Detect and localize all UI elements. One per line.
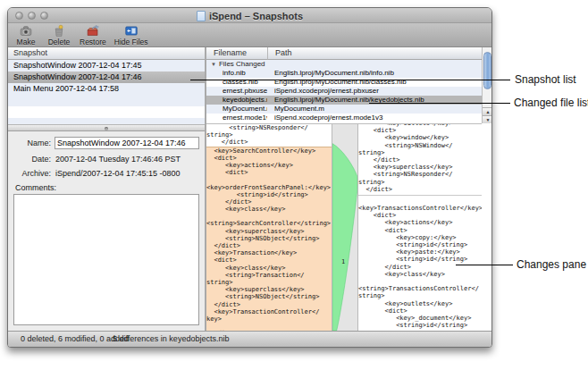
file-row[interactable]: MyDocument.m MyDocument.m xyxy=(206,105,482,114)
code-line: <key>copy:</key> xyxy=(358,234,482,241)
make-button[interactable]: Make xyxy=(13,24,38,46)
file-name-cell: ernest.pbxuser xyxy=(206,87,267,96)
code-line: </dict> xyxy=(206,198,332,206)
statusbar: 0 deleted, 6 modified, 0 added 5 differe… xyxy=(8,331,491,347)
code-line: <key>TransactionsController</key> xyxy=(358,205,482,212)
code-line: <key>outlets</key> xyxy=(358,300,482,307)
code-line: string> xyxy=(206,131,332,139)
file-path-cell: iSpend.xcodeproj/ernest.mode1v3 xyxy=(267,114,482,122)
file-name-cell: keyedobjects.nib xyxy=(206,96,267,105)
file-name-cell: ernest.mode1v3 xyxy=(206,114,267,122)
code-line: <string>NSWindow</ xyxy=(358,142,482,149)
code-line: string> xyxy=(358,292,482,299)
code-line: <dict> xyxy=(206,169,332,176)
code-line: </dict> xyxy=(358,156,482,164)
content-area: Snapshot SnapshotWindow 2007-12-04 17:45… xyxy=(8,47,491,331)
restore-button[interactable]: Restore xyxy=(80,24,106,46)
code-line: <key>window</key> xyxy=(358,134,482,141)
document-icon xyxy=(197,11,206,21)
toolbar: Make Delete Restore Hide Files xyxy=(8,23,491,47)
diff-left-changed-block: <key>SearchController</key> <dict> <key>… xyxy=(206,147,332,331)
titlebar[interactable]: iSpend – Snapshots xyxy=(8,8,491,23)
disclosure-triangle-icon[interactable]: ▼ xyxy=(211,60,216,69)
trash-icon xyxy=(52,24,66,38)
code-line: string> xyxy=(358,149,482,156)
file-row[interactable]: ernest.pbxuser iSpend.xcodeproj/ernest.p… xyxy=(206,87,482,96)
code-line: <key>_document</key> xyxy=(358,315,482,322)
code-line: </dict> xyxy=(206,139,332,146)
code-line: <key>Transaction</key> xyxy=(206,249,332,256)
window-title-wrap: iSpend – Snapshots xyxy=(8,9,491,23)
file-list-scrollbar[interactable]: ▲ ▼ xyxy=(482,47,492,123)
scroll-up-arrow-icon[interactable]: ▲ xyxy=(483,107,492,115)
snapshot-row[interactable]: SnapshotWindow 2007-12-04 17:46 xyxy=(8,71,205,83)
name-label: Name: xyxy=(8,137,51,149)
changed-file-list: info.nib English.lproj/MyDocument.nib/in… xyxy=(206,69,482,122)
files-changed-group-row[interactable]: ▼Files Changed xyxy=(206,60,482,69)
snapshot-row[interactable]: SnapshotWindow 2007-12-04 17:45 xyxy=(8,60,205,71)
file-row[interactable]: info.nib English.lproj/MyDocument.nib/in… xyxy=(206,69,482,78)
code-line: </dict> xyxy=(206,242,332,249)
code-line: <string>NSObject</string> xyxy=(206,293,332,300)
snapshot-row-label: Main Menu 2007-12-04 17:58 xyxy=(13,84,119,93)
code-line xyxy=(206,176,332,183)
code-line: </dict> xyxy=(358,186,482,193)
diff-right-bottom: <key>TransactionsController</key> <dict>… xyxy=(358,198,482,329)
code-line: <key>paste:</key> xyxy=(358,248,482,256)
comments-field[interactable] xyxy=(13,194,199,325)
archive-label: Archive: xyxy=(8,167,51,180)
code-line xyxy=(206,323,332,330)
date-label: Date: xyxy=(8,153,51,165)
code-line: <key>class</key> xyxy=(358,271,482,278)
code-line: </dict> xyxy=(206,301,332,308)
scroll-down-arrow-icon[interactable]: ▼ xyxy=(483,115,492,123)
name-field[interactable] xyxy=(55,137,199,149)
code-line: <dict> xyxy=(206,155,332,162)
file-path-cell: English.lproj/MyDocument.nib/info.nib xyxy=(267,69,482,78)
file-name-cell: MyDocument.m xyxy=(206,105,267,114)
code-line: <dict> xyxy=(358,227,482,234)
hide-files-button[interactable]: Hide Files xyxy=(114,24,148,46)
diff-collapse-separator xyxy=(358,195,482,196)
code-line: <dict> xyxy=(358,212,482,219)
file-list-scroll-thumb[interactable] xyxy=(483,52,491,89)
diff-right-column: <key>outlets</key> <dict> <key>window</k… xyxy=(358,123,482,331)
snapshot-column-header[interactable]: Snapshot xyxy=(8,47,205,60)
code-line: <key>SearchController</key> xyxy=(206,147,332,155)
diff-gutter: 1 xyxy=(332,124,358,331)
code-line: <string>Transaction</ xyxy=(206,272,332,279)
callout-line-snapshot-list xyxy=(190,80,510,80)
code-line: <key>class</key> xyxy=(206,265,332,272)
code-line: <dict> xyxy=(358,307,482,315)
code-line xyxy=(358,278,482,285)
code-line: <string>SearchController</string> xyxy=(206,220,332,227)
diff-count-badge: 1 xyxy=(341,258,345,265)
files-changed-group-label: Files Changed xyxy=(219,60,265,68)
filename-column-header[interactable]: Filename xyxy=(206,47,267,60)
diff-left-unchanged: <string>NSResponder</string> </dict> xyxy=(206,124,332,147)
code-line: <key>actions</key> xyxy=(358,219,482,226)
path-column-header[interactable]: Path xyxy=(267,47,482,60)
file-path-cell: iSpend.xcodeproj/ernest.pbxuser xyxy=(267,87,482,96)
delete-button[interactable]: Delete xyxy=(46,24,71,46)
changes-pane[interactable]: <string>NSResponder</string> </dict> <ke… xyxy=(206,123,482,331)
code-line: <string>id</string> xyxy=(358,256,482,263)
figure-canvas: iSpend – Snapshots Make Delete xyxy=(0,0,588,370)
file-row[interactable]: ernest.mode1v3 iSpend.xcodeproj/ernest.m… xyxy=(206,114,482,122)
snapshot-list-empty-area[interactable] xyxy=(8,95,205,124)
snapshot-row-label: SnapshotWindow 2007-12-04 17:46 xyxy=(13,72,142,81)
snapshot-row[interactable]: Main Menu 2007-12-04 17:58 xyxy=(8,83,205,95)
code-line: string> xyxy=(358,179,482,186)
code-line: <dict> xyxy=(358,127,482,134)
horizontal-splitter[interactable] xyxy=(8,124,205,131)
code-line: <string>id</string> xyxy=(358,322,482,329)
code-line: <key>TransactionController</ xyxy=(206,308,332,315)
hide-files-icon xyxy=(124,24,139,38)
snapshot-row-label: SnapshotWindow 2007-12-04 17:45 xyxy=(13,61,142,70)
code-line: key> xyxy=(206,315,332,323)
delete-label: Delete xyxy=(48,38,71,46)
callout-changes-pane: Changes pane xyxy=(517,258,586,271)
camera-icon xyxy=(19,24,33,38)
code-line: <string>id</string> xyxy=(206,191,332,198)
window-title: iSpend – Snapshots xyxy=(209,11,303,21)
